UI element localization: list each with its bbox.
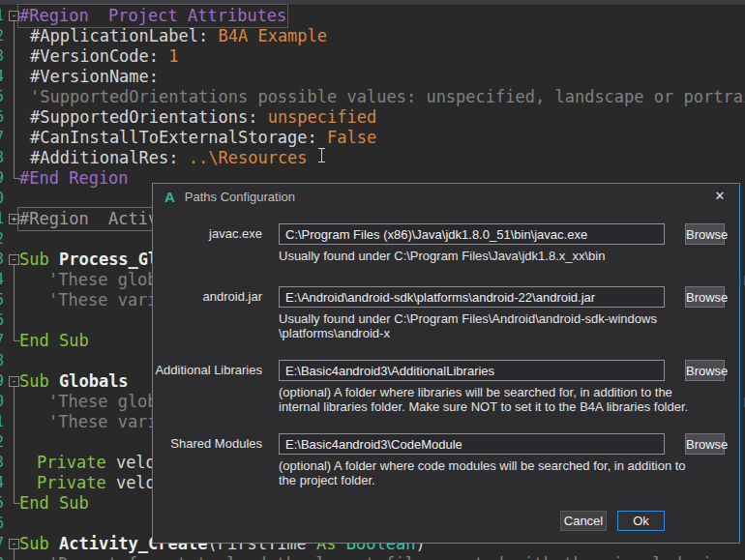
code-line[interactable]: #VersionCode: 1: [30, 46, 179, 67]
help-line: \platforms\android-x: [279, 326, 657, 340]
line-number: 10: [0, 189, 4, 209]
line-number: 7: [0, 128, 4, 148]
code-token: B4A Example: [208, 26, 327, 45]
browse-button[interactable]: Browse: [685, 433, 725, 455]
browse-button[interactable]: Browse: [685, 223, 725, 245]
fold-guide-line: [14, 549, 15, 560]
ok-button[interactable]: Ok: [617, 511, 665, 531]
field-help-text: (optional) A folder where code modules w…: [279, 458, 686, 487]
line-number: 4: [0, 67, 4, 87]
code-token: Private: [37, 473, 116, 492]
help-line: Usually found under C:\Program Files\Jav…: [279, 249, 605, 263]
line-number: 21: [0, 412, 4, 432]
line-number: 11: [0, 209, 4, 229]
code-token: End Sub: [19, 493, 89, 513]
app-logo-icon: A: [164, 189, 175, 205]
dialog-title: Paths Configuration: [185, 190, 295, 204]
code-line[interactable]: #End Region: [19, 168, 129, 189]
code-line[interactable]: Private velo: [37, 473, 156, 493]
code-line[interactable]: Private velo: [37, 453, 156, 473]
line-number: 1: [0, 6, 4, 26]
fold-guide-line: [14, 265, 15, 340]
field-help-text: Usually found under C:\Program Files\And…: [279, 311, 657, 340]
code-line[interactable]: #VersionName:: [30, 67, 159, 87]
code-line[interactable]: Sub Globals: [19, 371, 129, 392]
fold-expand-icon[interactable]: +: [9, 214, 19, 224]
code-token: ..\Resources: [179, 148, 308, 167]
code-line[interactable]: End Sub: [19, 331, 89, 351]
code-line[interactable]: #ApplicationLabel: B4A Example: [30, 26, 327, 46]
code-line[interactable]: #Region Project Attributes: [19, 6, 286, 26]
fold-guide-line: [14, 387, 15, 503]
code-token: 'SupportedOrientations possible values: …: [30, 87, 745, 106]
help-line: (optional) A folder where code modules w…: [279, 458, 686, 473]
cancel-button[interactable]: Cancel: [560, 511, 607, 531]
code-token: 'Do not forget to load the layout file c…: [48, 554, 745, 560]
code-token: False: [317, 128, 376, 147]
fold-collapse-icon[interactable]: -: [9, 254, 19, 265]
code-line[interactable]: 'SupportedOrientations possible values: …: [30, 87, 745, 107]
field-label: Additional Libraries: [153, 363, 262, 377]
code-token: velo: [116, 453, 156, 472]
line-number: 19: [0, 371, 4, 392]
code-token: #SupportedOrientations:: [30, 107, 257, 127]
line-number: 8: [0, 148, 4, 168]
help-line: the project folder.: [279, 473, 686, 487]
line-number: 23: [0, 453, 4, 473]
code-token: unspecified: [257, 107, 376, 127]
fold-collapse-icon[interactable]: -: [9, 539, 19, 549]
code-line[interactable]: #SupportedOrientations: unspecified: [30, 107, 376, 128]
field-help-text: (optional) A folder where libraries will…: [279, 385, 688, 414]
line-number: 9: [0, 168, 4, 189]
fold-collapse-icon[interactable]: -: [9, 376, 19, 387]
code-token: 1: [159, 46, 178, 66]
line-number: 12: [0, 229, 4, 250]
line-number: 25: [0, 493, 4, 514]
paths-configuration-dialog: A Paths Configuration ✕ javac.exeBrowseU…: [152, 183, 740, 544]
field-help-text: Usually found under C:\Program Files\Jav…: [279, 249, 605, 263]
line-number: 16: [0, 310, 4, 331]
code-token: Private: [37, 453, 116, 472]
line-number: 13: [0, 250, 4, 270]
code-token: #VersionCode:: [30, 46, 159, 66]
field-label: Shared Modules: [153, 436, 262, 451]
field-label: javac.exe: [153, 226, 262, 241]
code-line[interactable]: 'Do not forget to load the layout file c…: [48, 554, 745, 560]
code-token: Sub: [19, 534, 59, 553]
browse-button[interactable]: Browse: [685, 286, 725, 308]
help-line: internal libraries folder. Make sure NOT…: [279, 399, 688, 414]
path-input[interactable]: [279, 223, 665, 245]
code-line[interactable]: #CanInstallToExternalStorage: False: [30, 128, 376, 148]
line-number: 3: [0, 46, 4, 67]
code-token: #End Region: [19, 168, 129, 188]
code-token: End Sub: [19, 331, 89, 350]
code-token: Sub: [19, 371, 59, 391]
help-line: Usually found under C:\Program Files\And…: [279, 311, 657, 326]
line-number: 20: [0, 392, 4, 412]
line-number: 5: [0, 87, 4, 107]
path-input[interactable]: [279, 360, 665, 381]
code-token: Globals: [59, 371, 129, 391]
browse-button[interactable]: Browse: [685, 360, 725, 381]
close-icon[interactable]: ✕: [710, 188, 730, 205]
line-number: 28: [0, 554, 4, 560]
code-line[interactable]: #AdditionalRes: ..\Resources: [30, 148, 308, 168]
dialog-titlebar[interactable]: A Paths Configuration ✕: [153, 184, 739, 209]
line-number: 14: [0, 270, 4, 290]
field-label: android.jar: [153, 289, 262, 304]
code-token: #VersionName:: [30, 67, 159, 86]
text-cursor-ibeam: [317, 148, 326, 162]
fold-collapse-icon[interactable]: -: [9, 11, 19, 21]
code-token: #CanInstallToExternalStorage:: [30, 128, 317, 147]
line-number: 24: [0, 473, 4, 493]
code-token: #ApplicationLabel:: [30, 26, 208, 45]
line-number: 17: [0, 331, 4, 351]
path-input[interactable]: [279, 433, 665, 455]
code-line[interactable]: End Sub: [19, 493, 89, 514]
line-number: 15: [0, 290, 4, 310]
code-token: Sub: [19, 250, 59, 269]
path-input[interactable]: [279, 286, 665, 308]
code-token: #AdditionalRes:: [30, 148, 179, 167]
help-line: (optional) A folder where libraries will…: [279, 385, 688, 399]
fold-guide-line: [14, 21, 15, 178]
